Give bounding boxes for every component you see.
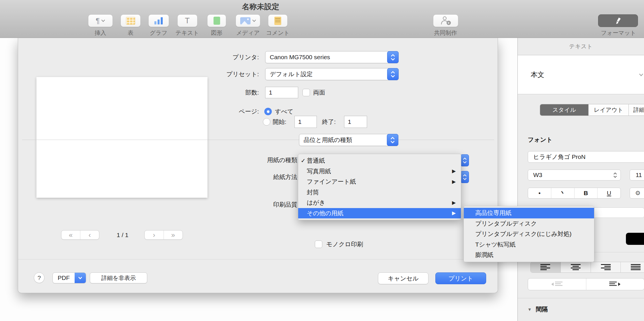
spacing-section-header[interactable]: ▼ 間隔 <box>527 305 548 313</box>
advanced-options-button[interactable]: ⚙ <box>630 188 644 199</box>
align-center-button[interactable] <box>560 262 591 272</box>
range-from-input[interactable] <box>294 116 317 128</box>
pdf-menu-chevron-icon[interactable] <box>75 273 86 283</box>
stepper-icon <box>613 172 617 178</box>
range-to-input[interactable] <box>344 116 367 128</box>
menu-item-label: その他の用紙 <box>307 209 343 217</box>
align-right-button[interactable] <box>591 262 621 272</box>
tab-more[interactable]: 詳細 <box>629 104 644 116</box>
print-button[interactable]: プリント <box>435 272 486 284</box>
help-button[interactable]: ? <box>34 272 44 283</box>
menu-item-plain-paper[interactable]: ✓ 普通紙 <box>298 155 461 166</box>
hide-details-button[interactable]: 詳細を非表示 <box>90 272 147 283</box>
toolbar-item-table: 表 <box>119 14 143 37</box>
disclosure-triangle-icon: ▼ <box>527 307 532 312</box>
menu-item-photo-paper[interactable]: 写真用紙 ▶ <box>298 166 461 177</box>
menu-item-fine-art-paper[interactable]: ファインアート紙 ▶ <box>298 176 461 187</box>
menu-item-label: ファインアート紙 <box>307 178 356 186</box>
paper-source-popup-stepper[interactable] <box>460 171 469 183</box>
paragraph-icon: ¶ <box>96 17 100 24</box>
italic-stroke-button[interactable]: 丶 <box>551 188 574 198</box>
toolbar-item-media: メディア <box>232 14 264 37</box>
popup-stepper-icon <box>387 134 398 146</box>
table-icon <box>126 17 135 25</box>
tab-style[interactable]: スタイル <box>540 104 588 116</box>
shape-label: 図形 <box>204 29 229 37</box>
paper-source-label: 給紙方法 <box>219 171 297 183</box>
duplex-checkbox[interactable] <box>302 89 310 96</box>
preset-popup[interactable]: デフォルト設定 <box>265 68 399 80</box>
toolbar-item-shape: 図形 <box>204 14 229 37</box>
chevron-down-icon <box>252 20 256 22</box>
table-button[interactable] <box>121 14 141 27</box>
submenu-item-printable-disc[interactable]: プリンタブルディスク <box>464 218 594 229</box>
outdent-button[interactable] <box>528 278 586 290</box>
last-page-button[interactable]: » <box>164 230 183 239</box>
section-popup[interactable]: 品位と用紙の種類 <box>299 134 398 146</box>
page-indicator: 1 / 1 <box>105 230 140 240</box>
submenu-item-swellable-paper[interactable]: 膨潤紙 <box>464 250 594 260</box>
menu-item-label: はがき <box>307 199 325 207</box>
media-type-popup-stepper[interactable] <box>460 154 469 166</box>
tab-layout[interactable]: レイアウト <box>588 104 629 116</box>
submenu-item-tshirt-transfer[interactable]: Tシャツ転写紙 <box>464 239 594 250</box>
check-icon: ✓ <box>301 157 307 164</box>
text-tool-icon: T <box>185 17 190 25</box>
pdf-button-label: PDF <box>53 273 75 283</box>
printer-label: プリンタ: <box>179 51 259 63</box>
font-size-field[interactable]: 11 <box>630 170 644 180</box>
font-weight-field[interactable]: W3 <box>528 170 621 180</box>
emphasis-dot-button[interactable]: • <box>528 188 551 198</box>
align-justify-button[interactable] <box>620 262 644 272</box>
preset-popup-value: デフォルト設定 <box>270 68 313 80</box>
submenu-arrow-icon: ▶ <box>452 200 456 206</box>
bold-button[interactable]: B <box>574 188 598 198</box>
format-button[interactable] <box>598 14 638 27</box>
printer-popup[interactable]: Canon MG7500 series <box>265 51 399 63</box>
shape-button[interactable] <box>207 14 226 27</box>
other-paper-submenu: 高品位専用紙 プリンタブルディスク プリンタブルディスク(にじみ対処) Tシャツ… <box>463 206 594 262</box>
text-button[interactable]: T <box>177 14 197 27</box>
collaborate-button[interactable]: + <box>433 14 458 27</box>
toolbar-item-comment: コメント <box>265 14 290 37</box>
media-type-label: 用紙の種類 <box>219 154 297 166</box>
divider <box>518 298 644 298</box>
add-person-icon: + <box>441 16 451 25</box>
submenu-item-printable-disc-bleed[interactable]: プリンタブルディスク(にじみ対処) <box>464 229 594 239</box>
comment-label: コメント <box>265 29 290 37</box>
menu-item-envelope[interactable]: 封筒 <box>298 187 461 198</box>
media-icon <box>240 17 251 24</box>
previous-page-button[interactable]: ‹ <box>80 230 99 239</box>
font-family-field[interactable]: ヒラギノ角ゴ ProN <box>528 151 644 163</box>
align-left-button[interactable] <box>531 262 560 272</box>
character-style-buttons: • 丶 B U <box>528 188 621 199</box>
media-label: メディア <box>232 29 264 37</box>
text-label: テキスト <box>174 29 201 37</box>
submenu-item-high-resolution-paper[interactable]: 高品位専用紙 <box>464 208 594 218</box>
comment-button[interactable] <box>268 14 288 27</box>
menu-item-label: 普通紙 <box>307 157 325 165</box>
menu-item-postcard[interactable]: はがき ▶ <box>298 197 461 208</box>
menu-item-other-paper[interactable]: その他の用紙 ▶ <box>298 208 461 219</box>
text-color-well[interactable] <box>626 233 644 245</box>
cancel-button[interactable]: キャンセル <box>378 272 428 284</box>
first-page-button[interactable]: « <box>61 230 80 239</box>
insert-label: 挿入 <box>86 29 115 37</box>
indent-button[interactable] <box>586 278 644 290</box>
chart-button[interactable] <box>148 14 169 27</box>
pages-all-radio[interactable] <box>264 108 272 115</box>
chevron-down-icon <box>639 73 643 76</box>
pages-label: ページ: <box>179 106 259 117</box>
insert-button[interactable]: ¶ <box>88 14 113 27</box>
spacing-label: 間隔 <box>536 305 548 313</box>
submenu-item-label: プリンタブルディスク <box>475 220 537 228</box>
pages-range-radio[interactable] <box>263 118 270 126</box>
copies-input[interactable] <box>265 87 298 98</box>
monochrome-checkbox[interactable] <box>315 241 322 248</box>
next-page-button[interactable]: › <box>145 230 164 239</box>
menu-item-label: 封筒 <box>307 188 319 196</box>
pdf-button[interactable]: PDF <box>53 272 86 283</box>
media-button[interactable] <box>236 14 260 27</box>
paragraph-style-selector[interactable]: 本文 <box>518 55 644 94</box>
underline-button[interactable]: U <box>597 188 620 198</box>
